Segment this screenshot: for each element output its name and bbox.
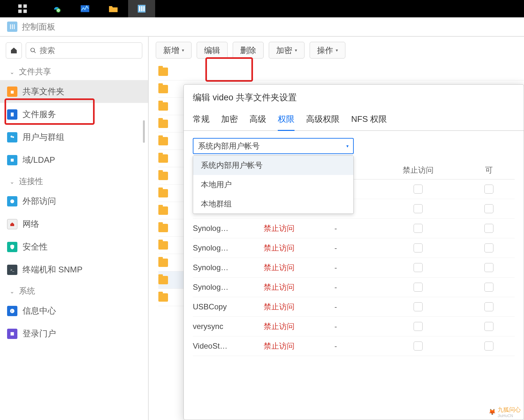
file-services-icon xyxy=(7,109,17,120)
deny-checkbox[interactable] xyxy=(414,243,423,252)
svg-rect-1 xyxy=(23,5,27,8)
edit-shared-folder-modal: 编辑 video 共享文件夹设置 常规 加密 高级 权限 高级权限 NFS 权限… xyxy=(183,84,524,420)
content-toolbar: 新增▾ 编辑 删除 加密▾ 操作▾ xyxy=(149,42,524,63)
table-row: Synolog…禁止访问- xyxy=(193,238,515,258)
sidebar-group-system[interactable]: ⌃ 系统 xyxy=(0,281,148,299)
taskbar-control-panel[interactable] xyxy=(128,0,155,17)
taskbar-monitor[interactable] xyxy=(71,0,98,17)
modal-tabs: 常规 加密 高级 权限 高级权限 NFS 权限 xyxy=(184,109,524,131)
ro-checkbox[interactable] xyxy=(484,302,493,311)
sidebar-item-domain-ldap[interactable]: 域/LDAP xyxy=(0,149,148,171)
deny-checkbox[interactable] xyxy=(414,342,423,351)
tab-permissions[interactable]: 权限 xyxy=(278,109,295,131)
svg-point-4 xyxy=(56,8,61,13)
ro-checkbox[interactable] xyxy=(484,185,493,194)
portal-icon xyxy=(7,329,17,339)
sidebar-item-shared-folder[interactable]: 共享文件夹 xyxy=(0,80,148,103)
sidebar-item-label: 用户与群组 xyxy=(23,132,64,143)
sidebar-group-connectivity[interactable]: ⌃ 连接性 xyxy=(0,171,148,190)
svg-text:>_: >_ xyxy=(10,268,14,271)
sidebar-item-label: 域/LDAP xyxy=(23,154,55,166)
ro-checkbox[interactable] xyxy=(484,224,493,233)
dropdown-option-local-user[interactable]: 本地用户 xyxy=(193,175,353,194)
tab-advanced-permissions[interactable]: 高级权限 xyxy=(306,109,340,130)
deny-checkbox[interactable] xyxy=(414,322,423,331)
tab-nfs-permissions[interactable]: NFS 权限 xyxy=(351,109,387,130)
table-row: VideoSt…禁止访问- xyxy=(193,336,515,356)
ro-checkbox[interactable] xyxy=(484,342,493,351)
sidebar-item-label: 安全性 xyxy=(23,241,48,252)
folder-icon xyxy=(158,172,168,180)
svg-rect-2 xyxy=(18,10,22,13)
sidebar-item-info-center[interactable]: i 信息中心 xyxy=(0,299,148,322)
deny-checkbox[interactable] xyxy=(414,283,423,292)
sidebar-item-label: 共享文件夹 xyxy=(23,86,64,97)
svg-point-13 xyxy=(31,48,35,52)
folder-icon xyxy=(158,224,168,232)
deny-checkbox[interactable] xyxy=(414,185,423,194)
sidebar-item-network[interactable]: 网络 xyxy=(0,213,148,235)
taskbar-sync[interactable] xyxy=(43,0,70,17)
sidebar-group-file-sharing[interactable]: ⌃ 文件共享 xyxy=(0,62,148,80)
ro-checkbox[interactable] xyxy=(484,322,493,331)
caret-down-icon: ▾ xyxy=(295,48,297,53)
col-ro: 可 xyxy=(454,165,524,175)
ro-checkbox[interactable] xyxy=(484,243,493,252)
svg-rect-19 xyxy=(11,159,14,161)
folder-row[interactable] xyxy=(158,63,524,80)
taskbar-files[interactable] xyxy=(100,0,127,17)
deny-checkbox[interactable] xyxy=(414,224,423,233)
window-title: 控制面板 xyxy=(22,21,55,32)
svg-rect-7 xyxy=(139,6,140,11)
chevron-up-icon: ⌃ xyxy=(10,178,14,185)
chevron-up-icon: ⌃ xyxy=(10,68,14,75)
svg-rect-16 xyxy=(11,113,14,116)
sidebar-item-file-services[interactable]: 文件服务 xyxy=(0,103,148,126)
dropdown-option-internal[interactable]: 系统内部用户帐号 xyxy=(193,156,353,175)
tab-encrypt[interactable]: 加密 xyxy=(221,109,238,130)
encrypt-button[interactable]: 加密▾ xyxy=(269,42,304,59)
folder-icon xyxy=(158,68,168,76)
folder-icon xyxy=(158,259,168,267)
folder-icon xyxy=(158,137,168,145)
sidebar-item-users-groups[interactable]: 用户与群组 xyxy=(0,126,148,149)
search-input[interactable] xyxy=(40,46,138,55)
ro-checkbox[interactable] xyxy=(484,283,493,292)
table-row: verysync禁止访问- xyxy=(193,317,515,336)
sidebar-item-external-access[interactable]: 外部访问 xyxy=(0,190,148,213)
dropdown-option-local-group[interactable]: 本地群组 xyxy=(193,194,353,214)
sidebar-item-label: 登录门户 xyxy=(23,328,56,339)
sidebar-item-login-portal[interactable]: 登录门户 xyxy=(0,322,148,345)
terminal-icon: >_ xyxy=(7,265,17,275)
ro-checkbox[interactable] xyxy=(484,204,493,213)
add-button[interactable]: 新增▾ xyxy=(156,42,192,59)
edit-button[interactable]: 编辑 xyxy=(197,42,228,59)
home-button[interactable] xyxy=(6,42,22,59)
folder-icon xyxy=(158,120,168,128)
control-panel-icon xyxy=(7,22,17,32)
svg-rect-12 xyxy=(14,24,15,29)
sidebar-item-security[interactable]: 安全性 xyxy=(0,235,148,258)
delete-button[interactable]: 删除 xyxy=(233,42,264,59)
tab-advanced[interactable]: 高级 xyxy=(249,109,266,130)
sidebar-item-terminal-snmp[interactable]: >_ 终端机和 SNMP xyxy=(0,258,148,281)
user-type-select[interactable]: 系统内部用户帐号 ▾ xyxy=(193,138,354,154)
deny-checkbox[interactable] xyxy=(414,204,423,213)
svg-rect-8 xyxy=(141,6,143,11)
shield-icon xyxy=(7,242,17,252)
tab-general[interactable]: 常规 xyxy=(193,109,210,130)
ro-checkbox[interactable] xyxy=(484,263,493,272)
action-button[interactable]: 操作▾ xyxy=(310,42,345,59)
folder-icon xyxy=(158,189,168,197)
select-value: 系统内部用户帐号 xyxy=(198,141,260,151)
svg-point-20 xyxy=(10,199,14,203)
deny-checkbox[interactable] xyxy=(414,263,423,272)
table-row: Synolog…禁止访问- xyxy=(193,278,515,297)
taskbar-apps[interactable] xyxy=(3,0,42,17)
search-field[interactable] xyxy=(26,42,142,59)
caret-down-icon: ▾ xyxy=(182,48,184,53)
table-row: Synolog…禁止访问- xyxy=(193,219,515,238)
scrollbar[interactable] xyxy=(143,120,145,143)
folder-icon xyxy=(158,154,168,163)
deny-checkbox[interactable] xyxy=(414,302,423,311)
